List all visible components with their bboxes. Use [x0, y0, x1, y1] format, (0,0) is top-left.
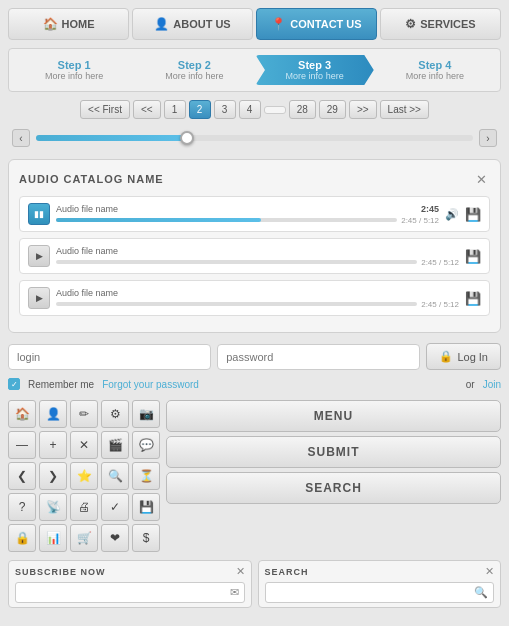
- icon-gear[interactable]: ⚙: [101, 400, 129, 428]
- slider-fill: [36, 135, 189, 141]
- icon-check[interactable]: ✓: [101, 493, 129, 521]
- icon-star[interactable]: ⭐: [70, 462, 98, 490]
- icon-right[interactable]: ❯: [39, 462, 67, 490]
- pause-btn-1[interactable]: ▮▮: [28, 203, 50, 225]
- page-last[interactable]: Last >>: [380, 100, 429, 119]
- icon-save[interactable]: 💾: [132, 493, 160, 521]
- slider-right-arrow[interactable]: ›: [479, 129, 497, 147]
- icon-edit[interactable]: ✏: [70, 400, 98, 428]
- home-icon: 🏠: [43, 17, 58, 31]
- icon-home[interactable]: 🏠: [8, 400, 36, 428]
- icon-help[interactable]: ?: [8, 493, 36, 521]
- page-4[interactable]: 4: [239, 100, 261, 119]
- step-1[interactable]: Step 1 More info here: [15, 55, 133, 85]
- login-input[interactable]: [8, 344, 211, 370]
- catalog-close-btn[interactable]: ✕: [472, 170, 490, 188]
- join-link[interactable]: Join: [483, 379, 501, 390]
- audio-track-3: ▶ Audio file name 2:45 / 5:12 💾: [19, 280, 490, 316]
- search-box: SEARCH ✕ 🔍: [258, 560, 502, 608]
- search-input[interactable]: [271, 587, 475, 598]
- subscribe-icon: ✉: [230, 586, 239, 599]
- icon-video[interactable]: 🎬: [101, 431, 129, 459]
- track-bar-3[interactable]: [56, 302, 417, 306]
- icon-plus[interactable]: +: [39, 431, 67, 459]
- page-prev-prev[interactable]: <<: [133, 100, 161, 119]
- save-icon-2[interactable]: 💾: [465, 249, 481, 264]
- or-text: or: [466, 379, 475, 390]
- user-icon: 👤: [154, 17, 169, 31]
- icon-left[interactable]: ❮: [8, 462, 36, 490]
- step-3[interactable]: Step 3 More info here: [256, 55, 374, 85]
- track-total-3: 2:45 / 5:12: [421, 300, 459, 309]
- save-icon-3[interactable]: 💾: [465, 291, 481, 306]
- track-total-2: 2:45 / 5:12: [421, 258, 459, 267]
- play-btn-3[interactable]: ▶: [28, 287, 50, 309]
- icon-close[interactable]: ✕: [70, 431, 98, 459]
- page-first[interactable]: << First: [80, 100, 130, 119]
- icon-hourglass[interactable]: ⏳: [132, 462, 160, 490]
- menu-button[interactable]: MENU: [166, 400, 501, 432]
- slider-track[interactable]: [36, 135, 473, 141]
- page-29[interactable]: 29: [319, 100, 346, 119]
- slider-thumb[interactable]: [180, 131, 194, 145]
- page-28[interactable]: 28: [289, 100, 316, 119]
- submit-button[interactable]: SUBMIT: [166, 436, 501, 468]
- password-input[interactable]: [217, 344, 420, 370]
- icon-rss[interactable]: 📡: [39, 493, 67, 521]
- nav-about[interactable]: 👤 ABOUT US: [132, 8, 253, 40]
- slider-row: ‹ ›: [8, 127, 501, 149]
- forgot-password-link[interactable]: Forgot your password: [102, 379, 458, 390]
- icon-dollar[interactable]: $: [132, 524, 160, 552]
- nav-services[interactable]: ⚙ SERVICES: [380, 8, 501, 40]
- right-buttons: MENU SUBMIT SEARCH: [166, 400, 501, 552]
- nav-home[interactable]: 🏠 HOME: [8, 8, 129, 40]
- save-icon-1[interactable]: 💾: [465, 207, 481, 222]
- icon-camera[interactable]: 📷: [132, 400, 160, 428]
- subscribe-close[interactable]: ✕: [236, 565, 245, 578]
- track-fill-1: [56, 218, 261, 222]
- pagination: << First << 1 2 3 4 28 29 >> Last >>: [80, 100, 429, 119]
- search-big-button[interactable]: SEARCH: [166, 472, 501, 504]
- subscribe-input[interactable]: [21, 587, 230, 598]
- search-close[interactable]: ✕: [485, 565, 494, 578]
- icon-chart[interactable]: 📊: [39, 524, 67, 552]
- icon-user[interactable]: 👤: [39, 400, 67, 428]
- login-button[interactable]: 🔒 Log In: [426, 343, 501, 370]
- icon-grid: 🏠 👤 ✏ ⚙ 📷 — + ✕ 🎬 💬 ❮ ❯ ⭐ 🔍 ⏳ ? 📡 🖨 ✓ 💾 …: [8, 400, 160, 552]
- icon-chat[interactable]: 💬: [132, 431, 160, 459]
- steps-bar: Step 1 More info here Step 2 More info h…: [8, 48, 501, 92]
- page-3[interactable]: 3: [214, 100, 236, 119]
- icon-lock[interactable]: 🔒: [8, 524, 36, 552]
- slider-left-arrow[interactable]: ‹: [12, 129, 30, 147]
- audio-track-2: ▶ Audio file name 2:45 / 5:12 💾: [19, 238, 490, 274]
- page-2[interactable]: 2: [189, 100, 211, 119]
- location-icon: 📍: [271, 17, 286, 31]
- login-btn-label: Log In: [457, 351, 488, 363]
- page-1[interactable]: 1: [164, 100, 186, 119]
- remember-label: Remember me: [28, 379, 94, 390]
- subscribe-label: SUBSCRIBE NOW: [15, 567, 106, 577]
- remember-checkbox[interactable]: ✓: [8, 378, 20, 390]
- page-next-next[interactable]: >>: [349, 100, 377, 119]
- icon-minus[interactable]: —: [8, 431, 36, 459]
- search-box-label: SEARCH: [265, 567, 309, 577]
- nav-home-label: HOME: [62, 18, 95, 30]
- icon-heart[interactable]: ❤: [101, 524, 129, 552]
- play-btn-2[interactable]: ▶: [28, 245, 50, 267]
- volume-icon-1[interactable]: 🔊: [445, 208, 459, 221]
- subscribe-input-row: ✉: [15, 582, 245, 603]
- step-4[interactable]: Step 4 More info here: [376, 55, 494, 85]
- icon-print[interactable]: 🖨: [70, 493, 98, 521]
- step-2[interactable]: Step 2 More info here: [135, 55, 253, 85]
- track-info-1: Audio file name 2:45 2:45 / 5:12: [56, 204, 439, 225]
- track-bar-1[interactable]: [56, 218, 397, 222]
- icon-search[interactable]: 🔍: [101, 462, 129, 490]
- track-name-3: Audio file name: [56, 288, 118, 298]
- audio-track-1: ▮▮ Audio file name 2:45 2:45 / 5:12 🔊 💾: [19, 196, 490, 232]
- icon-cart[interactable]: 🛒: [70, 524, 98, 552]
- subscribe-box: SUBSCRIBE NOW ✕ ✉: [8, 560, 252, 608]
- track-bar-2[interactable]: [56, 260, 417, 264]
- nav-contact-label: CONTACT US: [290, 18, 361, 30]
- nav-contact[interactable]: 📍 CONTACT US: [256, 8, 377, 40]
- login-sub-row: ✓ Remember me Forgot your password or Jo…: [8, 378, 501, 390]
